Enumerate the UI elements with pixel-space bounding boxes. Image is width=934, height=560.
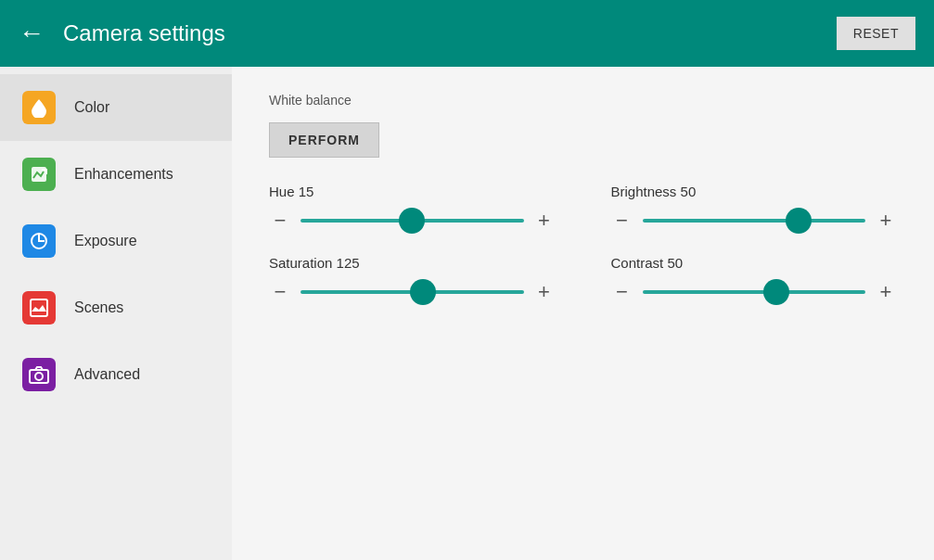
hue-track[interactable] [301,219,524,223]
sidebar-item-scenes[interactable]: Scenes [0,274,232,341]
perform-button[interactable]: PERFORM [269,122,379,158]
sidebar-item-advanced[interactable]: Advanced [0,341,232,408]
contrast-thumb[interactable] [763,279,789,305]
saturation-slider-group: Saturation 125 − + [269,255,556,304]
main-layout: Color Enhancements Exposure [0,67,934,560]
contrast-label: Contrast 50 [611,255,898,271]
sliders-grid: Hue 15 − + Brightness 50 − [269,184,897,304]
brightness-slider-group: Brightness 50 − + [611,184,898,233]
back-button[interactable]: ← [19,19,45,48]
hue-thumb[interactable] [399,208,425,234]
saturation-slider-row: − + [269,280,556,304]
contrast-slider-group: Contrast 50 − + [611,255,898,304]
saturation-minus-button[interactable]: − [269,280,291,304]
sidebar-label-advanced: Advanced [74,366,140,383]
exposure-icon [22,224,56,258]
brightness-slider-row: − + [611,209,898,233]
contrast-slider-row: − + [611,280,898,304]
brightness-label: Brightness 50 [611,184,898,199]
camera-icon [22,358,56,391]
white-balance-label: White balance [269,93,897,108]
saturation-label: Saturation 125 [269,255,556,271]
header: ← Camera settings RESET [0,0,934,67]
sidebar-item-exposure[interactable]: Exposure [0,208,232,274]
svg-point-4 [35,373,43,380]
contrast-track[interactable] [643,290,866,294]
sidebar-item-enhancements[interactable]: Enhancements [0,141,232,208]
sidebar: Color Enhancements Exposure [0,67,232,560]
brightness-track[interactable] [643,219,866,223]
sidebar-item-color[interactable]: Color [0,74,232,141]
hue-label: Hue 15 [269,184,556,199]
sidebar-label-scenes: Scenes [74,299,123,316]
brightness-minus-button[interactable]: − [611,209,633,233]
saturation-thumb[interactable] [410,279,436,305]
saturation-track[interactable] [301,290,524,294]
reset-button[interactable]: RESET [837,17,915,50]
content-area: White balance PERFORM Hue 15 − + [232,67,934,560]
brightness-thumb[interactable] [786,208,812,234]
contrast-minus-button[interactable]: − [611,280,633,304]
enhance-icon [22,158,56,191]
hue-minus-button[interactable]: − [269,209,291,233]
sidebar-label-color: Color [74,99,109,116]
page-title: Camera settings [63,20,225,46]
sidebar-label-exposure: Exposure [74,233,137,249]
drop-icon [22,91,56,124]
brightness-plus-button[interactable]: + [875,209,897,233]
svg-rect-2 [31,299,47,316]
hue-plus-button[interactable]: + [533,209,556,233]
saturation-plus-button[interactable]: + [533,280,556,304]
sidebar-label-enhancements: Enhancements [74,166,173,183]
scenes-icon [22,291,56,325]
hue-slider-row: − + [269,209,556,233]
hue-slider-group: Hue 15 − + [269,184,556,233]
contrast-plus-button[interactable]: + [875,280,897,304]
